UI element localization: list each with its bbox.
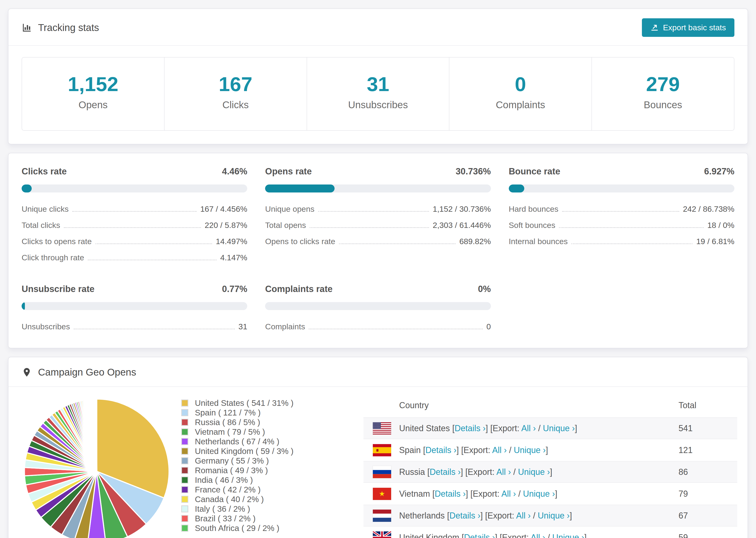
legend-item[interactable]: Romania ( 49 / 3% ) [181,465,356,475]
legend-swatch [181,515,188,522]
export-unique-link[interactable]: Unique › [514,445,546,455]
legend-item[interactable]: France ( 42 / 2% ) [181,485,356,494]
legend-swatch [181,438,188,445]
table-row: Russia [Details ›] [Export: All › / Uniq… [363,461,737,483]
details-link[interactable]: Details › [464,533,495,538]
country-name: Spain [399,445,421,455]
metric-leader [64,227,201,228]
country-flag-us [373,422,391,435]
progress-bar [265,185,491,192]
legend-item[interactable]: Spain ( 121 / 7% ) [181,408,356,417]
pie-slice[interactable] [96,399,97,471]
rate-title-row: Complaints rate0% [265,284,491,294]
country-flag-gb [373,531,391,538]
metric-label: Click through rate [22,253,84,262]
rate-section: Complaints rate0%Complaints0 [265,284,491,335]
export-all-link[interactable]: All › [531,533,545,538]
rate-section: Unsubscribe rate0.77%Unsubscribes31 [22,284,247,335]
stat-label: Bounces [592,99,734,111]
rate-title: Bounce rate [509,166,561,177]
legend-swatch [181,428,188,435]
legend-item[interactable]: India ( 46 / 3% ) [181,475,356,485]
progress-fill [22,302,25,310]
export-all-link[interactable]: All › [521,423,536,433]
metric-leader [339,243,456,244]
legend-item[interactable]: Canada ( 40 / 2% ) [181,494,356,504]
export-all-link[interactable]: All › [502,489,516,499]
row-total: 86 [678,467,737,477]
details-link[interactable]: Details › [455,423,486,433]
legend-item[interactable]: South Africa ( 29 / 2% ) [181,523,356,533]
legend-item[interactable]: Germany ( 55 / 3% ) [181,456,356,465]
rate-value: 30.736% [456,166,491,177]
column-country: Country [399,401,678,410]
export-unique-link[interactable]: Unique › [552,533,584,538]
legend-item[interactable]: United States ( 541 / 31% ) [181,398,356,408]
export-all-link[interactable]: All › [496,467,511,477]
legend-label: South Africa ( 29 / 2% ) [195,523,279,533]
legend-item[interactable]: Brazil ( 33 / 2% ) [181,513,356,523]
metric-value: 242 / 86.738% [683,204,734,214]
rates-grid: Clicks rate4.46%Unique clicks167 / 4.456… [22,166,734,335]
metric-value: 18 / 0% [707,221,734,230]
stat-value: 0 [449,74,591,94]
export-basic-stats-button[interactable]: Export basic stats [642,18,734,37]
stat-value: 31 [307,74,449,94]
export-all-link[interactable]: All › [516,511,531,520]
legend-item[interactable]: Netherlands ( 67 / 4% ) [181,437,356,446]
metric-label: Hard bounces [509,204,559,214]
export-unique-link[interactable]: Unique › [538,511,569,520]
rate-title-row: Bounce rate6.927% [509,166,734,177]
legend-label: United States ( 541 / 31% ) [195,398,294,408]
export-unique-link[interactable]: Unique › [518,467,550,477]
stat-grid: 1,152Opens167Clicks31Unsubscribes0Compla… [22,57,734,131]
metric-label: Complaints [265,322,305,331]
country-name: Russia [399,467,425,477]
legend-swatch [181,457,188,464]
metric-label: Unique clicks [22,204,69,214]
stat-label: Opens [22,99,164,111]
metric-leader [72,211,196,212]
progress-fill [509,185,524,192]
export-all-link[interactable]: All › [492,445,507,455]
tracking-stats-card: Tracking stats Export basic stats 1,152O… [8,9,748,144]
tracking-card-header: Tracking stats Export basic stats [9,9,747,46]
legend-label: France ( 42 / 2% ) [195,485,261,494]
legend-label: United Kingdom ( 59 / 3% ) [195,447,294,456]
rates-card: Clicks rate4.46%Unique clicks167 / 4.456… [8,153,748,348]
details-link[interactable]: Details › [430,467,460,477]
metric-value: 220 / 5.87% [205,221,247,230]
table-header: Country Total [363,393,737,417]
map-pin-icon [22,367,32,377]
table-row: Spain [Details ›] [Export: All › / Uniqu… [363,439,737,461]
legend-label: Vietnam ( 79 / 5% ) [195,427,265,437]
stat-value: 279 [592,74,734,94]
export-unique-link[interactable]: Unique › [523,489,555,499]
metric-value: 0 [486,322,491,331]
legend-item[interactable]: Russia ( 86 / 5% ) [181,417,356,427]
geo-pie-chart [19,393,181,538]
progress-bar [22,185,247,192]
legend-label: Brazil ( 33 / 2% ) [195,514,256,523]
export-unique-link[interactable]: Unique › [543,423,575,433]
legend-item[interactable]: Italy ( 36 / 2% ) [181,504,356,513]
details-link[interactable]: Details › [435,489,465,499]
details-link[interactable]: Details › [425,445,457,455]
metric-row: Hard bounces242 / 86.738% [509,201,734,217]
legend-swatch [181,409,188,416]
metric-row: Click through rate4.147% [22,249,247,266]
metric-label: Internal bounces [509,237,568,246]
progress-bar [509,185,734,192]
legend-item[interactable]: Vietnam ( 79 / 5% ) [181,427,356,437]
metric-leader [74,329,235,329]
legend-label: Romania ( 49 / 3% ) [195,466,268,475]
legend-swatch [181,496,188,503]
metric-label: Total clicks [22,221,60,230]
rate-title: Complaints rate [265,284,333,294]
details-link[interactable]: Details › [449,511,480,520]
geo-card: Campaign Geo Opens United States ( 541 /… [8,357,748,538]
legend-label: Netherlands ( 67 / 4% ) [195,437,279,446]
metric-row: Total clicks220 / 5.87% [22,217,247,233]
legend-label: Italy ( 36 / 2% ) [195,504,250,513]
legend-item[interactable]: United Kingdom ( 59 / 3% ) [181,446,356,456]
